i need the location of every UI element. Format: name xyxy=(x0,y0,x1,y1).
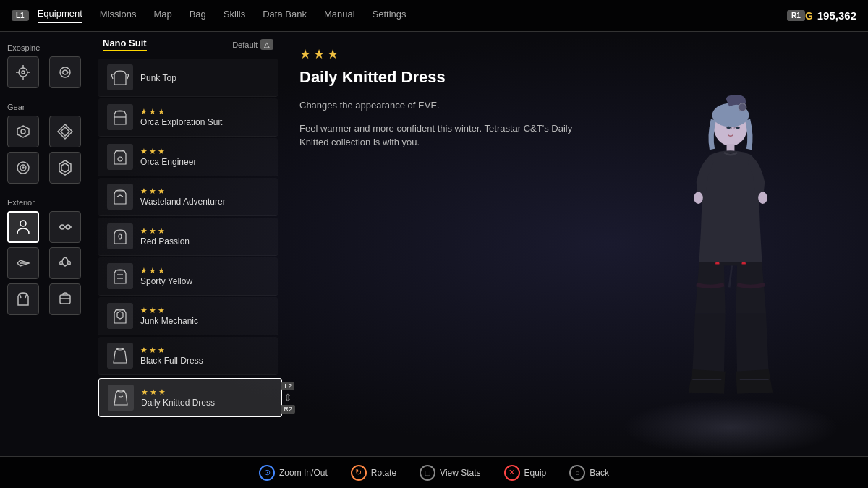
eq-item-info-black-full-dress: ★★★ Black Full Dress xyxy=(140,346,269,366)
svg-point-8 xyxy=(21,129,25,134)
nav-tabs: Equipment Missions Map Bag Skills Data B… xyxy=(38,8,778,23)
sidebar: Exospine xyxy=(0,32,94,456)
eq-name-daily-knitted-dress: Daily Knitted Dress xyxy=(141,398,273,408)
detail-panel: ★★★ Daily Knitted Dress Changes the appe… xyxy=(282,32,593,456)
eq-item-orca-exploration[interactable]: ★★★ Orca Exploration Suit xyxy=(98,98,278,137)
eq-item-info-punk-top: Punk Top xyxy=(140,72,269,83)
svg-line-22 xyxy=(25,294,27,298)
eq-item-wasteland-adventurer[interactable]: ★★★ Wasteland Adventurer xyxy=(98,178,278,216)
eq-name-black-full-dress: Black Full Dress xyxy=(140,356,269,366)
eq-item-sporty-yellow[interactable]: ★★★ Sporty Yellow xyxy=(98,257,278,296)
tab-settings[interactable]: Settings xyxy=(373,9,407,22)
sidebar-item-ext5[interactable] xyxy=(7,283,39,315)
list-header: Nano Suit Default △ xyxy=(94,38,282,57)
eq-icon-junk-mechanic xyxy=(107,303,133,329)
eq-item-black-full-dress[interactable]: ★★★ Black Full Dress xyxy=(98,337,278,375)
tab-equipment[interactable]: Equipment xyxy=(38,8,82,23)
eq-name-wasteland-adventurer: Wasteland Adventurer xyxy=(140,197,269,207)
currency-display: G 195,362 xyxy=(805,9,856,22)
scroll-r2-label[interactable]: R2 xyxy=(281,405,295,414)
rotate-action[interactable]: ↻ Rotate xyxy=(351,465,396,481)
svg-point-14 xyxy=(20,221,26,226)
sidebar-item-ext6[interactable] xyxy=(49,283,81,315)
eq-name-red-passion: Red Passion xyxy=(140,236,269,247)
currency-value: 195,362 xyxy=(817,9,856,22)
tab-databank[interactable]: Data Bank xyxy=(263,9,307,22)
tab-manual[interactable]: Manual xyxy=(324,9,355,22)
detail-title: Daily Knitted Dress xyxy=(299,68,576,87)
sidebar-item-gear1[interactable] xyxy=(7,116,39,147)
eq-item-daily-knitted-dress[interactable]: ★★★ Daily Knitted Dress xyxy=(98,378,282,417)
sidebar-item-ext1[interactable] xyxy=(7,211,39,243)
eq-item-info-daily-knitted-dress: ★★★ Daily Knitted Dress xyxy=(141,388,273,408)
eq-name-punk-top: Punk Top xyxy=(140,73,269,83)
eq-item-info-sporty-yellow: ★★★ Sporty Yellow xyxy=(140,266,269,286)
l1-button[interactable]: L1 xyxy=(12,10,29,21)
svg-point-15 xyxy=(60,225,64,229)
eq-item-info-wasteland-adventurer: ★★★ Wasteland Adventurer xyxy=(140,187,269,207)
eq-item-red-passion[interactable]: ★★★ Red Passion xyxy=(98,218,278,256)
eq-stars-red-passion: ★★★ xyxy=(140,226,269,236)
character-display xyxy=(658,80,803,442)
svg-point-43 xyxy=(727,127,731,129)
sidebar-section-exterior: Exterior xyxy=(7,198,87,318)
tab-bag[interactable]: Bag xyxy=(190,9,206,22)
currency-icon: G xyxy=(805,10,813,22)
svg-point-16 xyxy=(66,225,70,229)
svg-point-1 xyxy=(22,71,25,74)
eq-icon-orca-engineer xyxy=(107,144,133,170)
sidebar-section-exospine: Exospine xyxy=(7,43,87,91)
eq-item-info-junk-mechanic: ★★★ Junk Mechanic xyxy=(140,306,269,326)
tab-missions[interactable]: Missions xyxy=(100,9,137,22)
sidebar-item-ext3[interactable] xyxy=(7,247,39,279)
tab-skills[interactable]: Skills xyxy=(224,9,245,22)
svg-point-32 xyxy=(694,192,703,204)
zoom-action[interactable]: ⊙ Zoom In/Out xyxy=(259,465,328,481)
eq-stars-orca-engineer: ★★★ xyxy=(140,147,269,156)
detail-desc1: Changes the appearance of EVE. xyxy=(299,98,576,113)
svg-marker-7 xyxy=(17,126,29,137)
rotate-label: Rotate xyxy=(371,468,396,478)
equip-action[interactable]: ✕ Equip xyxy=(504,465,547,481)
rotate-button-icon: ↻ xyxy=(351,465,367,481)
tab-map[interactable]: Map xyxy=(153,9,171,22)
eq-icon-black-full-dress xyxy=(107,343,133,369)
sidebar-item-gear2[interactable] xyxy=(49,116,81,147)
list-header-default: Default △ xyxy=(232,39,273,50)
svg-point-0 xyxy=(19,68,27,77)
eq-stars-black-full-dress: ★★★ xyxy=(140,346,269,355)
sidebar-item-exo1[interactable] xyxy=(7,56,39,88)
back-action[interactable]: ○ Back xyxy=(569,465,609,481)
svg-point-13 xyxy=(22,167,24,168)
exterior-grid xyxy=(7,211,87,315)
sidebar-item-ext4[interactable] xyxy=(49,247,81,279)
view-stats-action[interactable]: □ View Stats xyxy=(420,465,480,481)
exospine-grid xyxy=(7,56,87,88)
eq-item-info-orca-engineer: ★★★ Orca Engineer xyxy=(140,147,269,167)
eq-item-orca-engineer[interactable]: ★★★ Orca Engineer xyxy=(98,138,278,176)
eq-icon-wasteland-adventurer xyxy=(107,184,133,210)
eq-item-junk-mechanic[interactable]: ★★★ Junk Mechanic xyxy=(98,297,278,335)
scroll-l2-label[interactable]: L2 xyxy=(281,382,294,390)
detail-stars: ★★★ xyxy=(299,46,576,62)
eq-icon-sporty-yellow xyxy=(107,263,133,289)
eq-name-sporty-yellow: Sporty Yellow xyxy=(140,276,269,286)
sidebar-item-exo2[interactable] xyxy=(49,56,81,88)
view-stats-label: View Stats xyxy=(440,468,480,478)
view-stats-button-icon: □ xyxy=(420,465,435,481)
svg-rect-23 xyxy=(60,295,70,304)
svg-point-33 xyxy=(758,192,767,204)
zoom-label: Zoom In/Out xyxy=(279,468,328,478)
back-button-icon: ○ xyxy=(569,465,585,481)
sidebar-section-gear: Gear xyxy=(7,103,87,187)
exospine-label: Exospine xyxy=(7,43,87,52)
eq-item-punk-top[interactable]: Punk Top xyxy=(98,59,278,97)
default-button[interactable]: △ xyxy=(260,39,273,50)
r1-button[interactable]: R1 xyxy=(787,10,805,21)
eq-name-orca-engineer: Orca Engineer xyxy=(140,157,269,167)
eq-item-info-red-passion: ★★★ Red Passion xyxy=(140,226,269,247)
sidebar-item-gear3[interactable] xyxy=(7,152,39,184)
sidebar-item-gear4[interactable] xyxy=(49,152,81,184)
scroll-arrows: ⇕ xyxy=(284,392,292,403)
sidebar-item-ext2[interactable] xyxy=(49,211,81,243)
